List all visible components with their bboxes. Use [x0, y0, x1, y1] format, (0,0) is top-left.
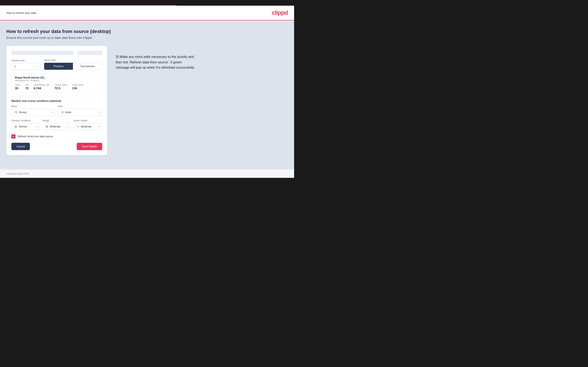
svg-point-1 — [15, 125, 17, 128]
fairway-value: Normal — [19, 125, 27, 128]
tournament-button[interactable]: Tournament — [73, 63, 102, 70]
rough-field: Rough Moderate ▾ — [43, 119, 71, 130]
logo: clippd — [272, 9, 288, 16]
rain-icon — [61, 111, 64, 114]
par-stat: Par 72 — [26, 84, 29, 90]
wind-value: Strong — [19, 111, 26, 114]
refresh-checkbox[interactable]: ✓ — [11, 134, 16, 139]
starting-hole-select[interactable]: 1 ▾ — [11, 63, 41, 70]
page-subheading: Ensure the correct and most up to date d… — [6, 36, 288, 40]
button-row: Cancel Save Details — [11, 143, 102, 150]
footer: Copyright Clippd 2022 — [0, 169, 294, 178]
fairway-icon-group: Normal — [14, 125, 27, 128]
green-speed-value: Moderate — [81, 125, 92, 128]
divider — [11, 96, 102, 96]
side-text: 3) Make any extra edits necessary to the… — [116, 46, 196, 70]
green-speed-chevron-icon: ▾ — [98, 125, 99, 128]
course-stats: Holes 18 Par 72 Yards/White (M)) 6,744 C… — [15, 84, 99, 90]
rain-value: None — [65, 111, 71, 114]
svg-point-2 — [15, 126, 16, 127]
svg-point-4 — [46, 126, 47, 127]
fairway-chevron-icon: ▾ — [36, 125, 37, 128]
form-card: Starting Hole 1 ▾ Game Type Practice Tou… — [6, 46, 107, 155]
slope-rating-stat: Slope rating 134 — [72, 84, 83, 90]
rain-field: Rain None ▾ — [58, 105, 102, 116]
slope-rating-label: Slope rating — [72, 84, 83, 86]
holes-label: Holes — [15, 84, 20, 86]
game-type-field: Game Type Practice Tournament — [44, 59, 102, 70]
course-info-box: Royal North Devon GC, Westward Ho!, Engl… — [11, 73, 102, 92]
wind-field: Wind Strong ▾ — [11, 105, 55, 116]
course-rating-stat: Course rating 72.5 — [54, 84, 67, 90]
starting-hole-label: Starting Hole — [11, 59, 41, 62]
copyright-text: Copyright Clippd 2022 — [6, 172, 29, 175]
svg-point-0 — [62, 111, 63, 113]
save-button[interactable]: Save Details — [77, 143, 102, 150]
refresh-checkbox-row: ✓ Refresh shots from data source — [11, 134, 102, 139]
slope-rating-value: 134 — [72, 86, 83, 90]
strip-box-1 — [11, 51, 74, 55]
holes-stat: Holes 18 — [15, 84, 20, 90]
fairway-field: Fairway Conditions Normal ▾ — [11, 119, 40, 130]
course-rating-value: 72.5 — [54, 86, 67, 90]
rough-dropdown[interactable]: Moderate ▾ — [43, 123, 71, 130]
holes-value: 18 — [15, 86, 20, 90]
wind-label: Wind — [11, 105, 55, 108]
page-heading: How to refresh your data from source (de… — [6, 29, 288, 34]
refresh-checkbox-label: Refresh shots from data source — [18, 135, 53, 138]
top-bar-accent — [0, 5, 294, 6]
card-top-strip — [11, 51, 102, 55]
green-speed-icon-group: Moderate — [76, 125, 92, 128]
green-speed-icon — [76, 125, 80, 128]
practice-button[interactable]: Practice — [44, 63, 73, 70]
fairway-icon — [14, 125, 17, 128]
wind-icon-group: Strong — [14, 111, 26, 114]
top-bar — [0, 0, 294, 6]
rain-dropdown[interactable]: None ▾ — [58, 109, 102, 116]
main-content: How to refresh your data from source (de… — [0, 20, 294, 169]
yards-stat: Yards/White (M)) 6,744 — [34, 84, 49, 90]
weather-section-title: Weather and course conditions (optional) — [11, 100, 102, 102]
starting-hole-row: Starting Hole 1 ▾ Game Type Practice Tou… — [11, 59, 102, 70]
wind-icon — [14, 111, 17, 114]
course-location: Westward Ho!, England — [15, 79, 99, 82]
rain-chevron-icon: ▾ — [98, 111, 99, 114]
game-type-buttons: Practice Tournament — [44, 63, 102, 70]
yards-label: Yards/White (M)) — [34, 84, 49, 86]
course-name: Royal North Devon GC, — [15, 76, 99, 79]
starting-hole-chevron-icon: ▾ — [37, 65, 38, 68]
fairway-label: Fairway Conditions — [11, 119, 40, 122]
yards-value: 6,744 — [34, 86, 49, 90]
svg-point-3 — [46, 125, 48, 128]
wind-dropdown[interactable]: Strong ▾ — [11, 109, 55, 116]
rough-value: Moderate — [50, 125, 61, 128]
rough-label: Rough — [43, 119, 71, 122]
fairway-dropdown[interactable]: Normal ▾ — [11, 123, 40, 130]
starting-hole-field: Starting Hole 1 ▾ — [11, 59, 41, 70]
green-speed-dropdown[interactable]: Moderate ▾ — [74, 123, 102, 130]
rough-icon-group: Moderate — [45, 125, 61, 128]
cancel-button[interactable]: Cancel — [11, 143, 30, 150]
conditions-row: Fairway Conditions Normal ▾ — [11, 119, 102, 130]
header-title: How to refresh your data — [6, 11, 36, 15]
starting-hole-value: 1 — [14, 65, 16, 68]
rain-icon-group: None — [61, 111, 71, 114]
strip-box-2 — [77, 51, 102, 55]
green-speed-label: Green Speed — [74, 119, 102, 122]
par-value: 72 — [26, 86, 29, 90]
par-label: Par — [26, 84, 29, 86]
game-type-label: Game Type — [44, 59, 102, 61]
rough-icon — [45, 125, 49, 128]
wind-chevron-icon: ▾ — [52, 111, 53, 114]
wind-rain-row: Wind Strong ▾ — [11, 105, 102, 116]
green-speed-field: Green Speed Moderate ▾ — [74, 119, 102, 130]
rain-label: Rain — [58, 105, 102, 108]
header: How to refresh your data clippd — [0, 6, 294, 20]
content-row: Starting Hole 1 ▾ Game Type Practice Tou… — [6, 46, 288, 155]
course-rating-label: Course rating — [54, 84, 67, 86]
checkmark-icon: ✓ — [12, 135, 15, 138]
rough-chevron-icon: ▾ — [67, 125, 68, 128]
